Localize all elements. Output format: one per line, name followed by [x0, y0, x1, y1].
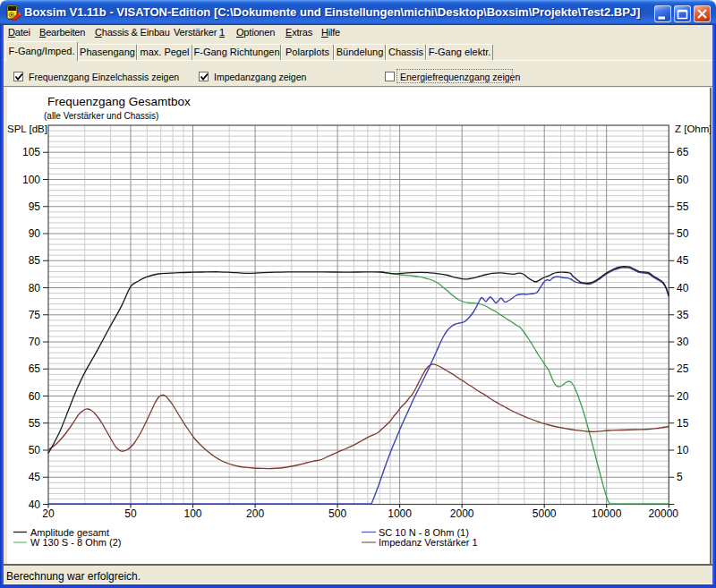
svg-text:80: 80	[29, 282, 41, 294]
svg-text:200: 200	[246, 507, 264, 520]
svg-text:100: 100	[22, 174, 40, 186]
svg-text:55: 55	[29, 417, 41, 430]
svg-text:40: 40	[677, 282, 689, 294]
svg-text:35: 35	[677, 309, 689, 321]
svg-text:20: 20	[677, 390, 689, 403]
svg-text:70: 70	[29, 336, 41, 348]
svg-text:90: 90	[29, 227, 41, 240]
svg-text:SPL [dB]: SPL [dB]	[7, 124, 47, 134]
svg-text:SC 10 N - 8 Ohm (1): SC 10 N - 8 Ohm (1)	[379, 527, 469, 538]
svg-text:25: 25	[677, 362, 689, 375]
svg-text:10000: 10000	[592, 507, 622, 520]
svg-text:75: 75	[29, 309, 41, 321]
svg-text:5: 5	[677, 471, 683, 483]
svg-text:50: 50	[677, 227, 689, 240]
svg-text:65: 65	[677, 146, 689, 158]
svg-text:20000: 20000	[649, 507, 679, 520]
svg-text:55: 55	[677, 200, 689, 213]
svg-text:5000: 5000	[533, 507, 557, 520]
svg-text:20: 20	[42, 507, 55, 520]
svg-text:60: 60	[677, 174, 689, 186]
svg-text:2000: 2000	[450, 507, 474, 520]
svg-text:30: 30	[677, 336, 689, 348]
svg-text:1000: 1000	[388, 507, 412, 520]
svg-text:40: 40	[29, 499, 41, 511]
svg-text:50: 50	[124, 507, 137, 520]
svg-text:Z [Ohm]: Z [Ohm]	[675, 124, 711, 134]
svg-text:Impedanz Verstärker 1: Impedanz Verstärker 1	[379, 537, 478, 548]
svg-text:15: 15	[677, 417, 689, 430]
svg-text:45: 45	[677, 254, 689, 267]
svg-text:(alle Verstärker und Chassis): (alle Verstärker und Chassis)	[44, 111, 158, 121]
svg-text:105: 105	[22, 146, 40, 158]
svg-text:10: 10	[677, 444, 689, 456]
svg-text:45: 45	[29, 471, 41, 483]
svg-text:Frequenzgang Gesamtbox: Frequenzgang Gesamtbox	[47, 95, 191, 108]
svg-text:95: 95	[29, 200, 41, 213]
svg-text:60: 60	[29, 390, 41, 403]
svg-text:W 130 S - 8 Ohm (2): W 130 S - 8 Ohm (2)	[30, 537, 121, 548]
svg-text:50: 50	[29, 444, 41, 456]
svg-text:100: 100	[183, 507, 201, 520]
svg-text:500: 500	[328, 507, 346, 520]
svg-text:85: 85	[29, 254, 41, 267]
svg-text:Amplitude gesamt: Amplitude gesamt	[30, 527, 109, 538]
svg-text:65: 65	[29, 362, 41, 375]
